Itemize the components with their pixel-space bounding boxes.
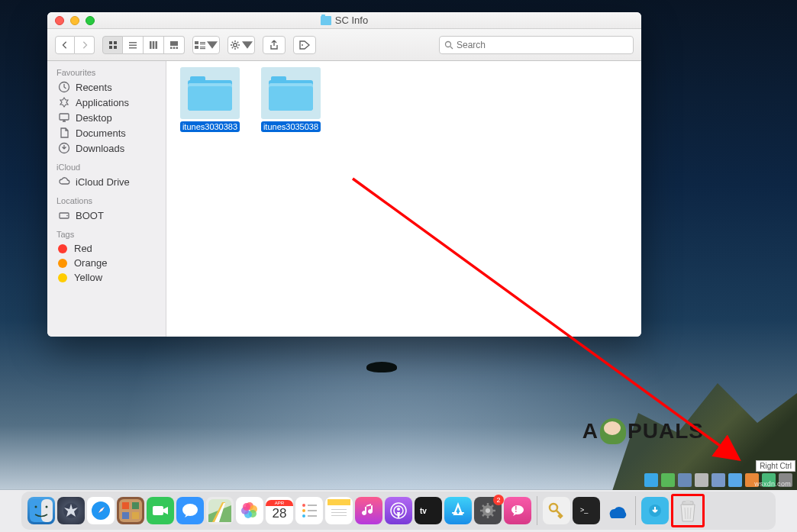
appstore-app-icon[interactable]: [444, 497, 472, 524]
svg-point-50: [302, 504, 305, 507]
sidebar-item-label: Documents: [76, 127, 126, 139]
folder-icon: [321, 16, 331, 25]
svg-rect-1: [114, 41, 117, 44]
launchpad-app-icon[interactable]: [57, 497, 85, 524]
folder-item[interactable]: itunes3035038: [257, 67, 325, 132]
svg-rect-6: [129, 47, 137, 49]
svg-rect-7: [150, 41, 152, 49]
zoom-button[interactable]: [86, 16, 95, 25]
photo-app-icon[interactable]: [117, 497, 144, 524]
notes-app-icon[interactable]: [325, 497, 353, 524]
tags-button[interactable]: [293, 36, 316, 54]
dock: APR28 tv 2 ! >_: [21, 492, 776, 530]
music-app-icon[interactable]: [355, 497, 382, 524]
sidebar-item-label: Recents: [76, 82, 112, 93]
svg-rect-3: [114, 46, 117, 49]
svg-rect-11: [170, 47, 173, 49]
share-button[interactable]: [263, 36, 286, 54]
svg-point-65: [486, 508, 490, 513]
download-icon: [58, 142, 70, 154]
svg-point-31: [35, 506, 37, 508]
sidebar-item-desktop[interactable]: Desktop: [47, 110, 166, 125]
tray-usb-icon[interactable]: [695, 473, 708, 487]
icon-view-button[interactable]: [102, 36, 123, 54]
sidebar-item-label: Orange: [74, 257, 107, 269]
doc-icon: [58, 127, 70, 139]
trash-icon[interactable]: [674, 497, 702, 524]
tray-display-icon[interactable]: [728, 473, 742, 487]
svg-point-62: [397, 508, 400, 511]
downloads-stack-icon[interactable]: [641, 497, 669, 524]
vm-shortcut-indicator: Right Ctrl: [756, 460, 795, 472]
reminders-app-icon[interactable]: [295, 497, 323, 524]
forward-button[interactable]: [75, 36, 95, 54]
grid-icon: [108, 40, 118, 50]
finder-toolbar: [47, 29, 641, 61]
svg-rect-10: [170, 41, 178, 46]
folder-item[interactable]: itunes3030383: [176, 67, 244, 132]
tray-network-icon[interactable]: [678, 473, 692, 487]
sidebar-item-documents[interactable]: Documents: [47, 125, 166, 140]
disk-icon: [58, 209, 70, 221]
search-input[interactable]: [457, 40, 628, 50]
sidebar-item-icloud-drive[interactable]: iCloud Drive: [47, 174, 166, 189]
svg-rect-40: [132, 512, 139, 519]
messages-app-icon[interactable]: [176, 497, 204, 524]
gallery-icon: [169, 40, 179, 50]
svg-rect-37: [122, 502, 129, 509]
locations-header: Locations: [47, 194, 166, 208]
svg-rect-18: [200, 47, 205, 47]
feedback-app-icon[interactable]: !: [504, 497, 531, 524]
appuals-watermark-logo: A PUALS: [582, 418, 704, 444]
sidebar-item-applications[interactable]: Applications: [47, 95, 166, 110]
close-button[interactable]: [55, 16, 64, 25]
list-icon: [128, 40, 137, 50]
tray-shared-icon[interactable]: [711, 473, 725, 487]
sidebar-item-recents[interactable]: Recents: [47, 79, 166, 95]
svg-rect-57: [331, 509, 347, 510]
column-view-button[interactable]: [144, 36, 164, 54]
tag-icon: [299, 40, 310, 50]
window-title: SC Info: [47, 15, 641, 26]
tv-app-icon[interactable]: tv: [415, 497, 442, 524]
finder-app-icon[interactable]: [27, 497, 55, 524]
window-titlebar[interactable]: SC Info: [47, 12, 641, 29]
svg-text:!: !: [515, 505, 518, 514]
favourites-header: Favourites: [47, 66, 166, 79]
safari-app-icon[interactable]: [87, 497, 115, 524]
onedrive-app-icon[interactable]: [602, 497, 630, 524]
sidebar-item-orange[interactable]: Orange: [47, 256, 166, 270]
sidebar-item-yellow[interactable]: Yellow: [47, 270, 166, 285]
svg-point-52: [302, 514, 305, 517]
sidebar-item-boot[interactable]: BOOT: [47, 208, 166, 223]
logo-text: PUALS: [628, 419, 704, 443]
list-view-button[interactable]: [123, 36, 144, 54]
podcasts-app-icon[interactable]: [385, 497, 412, 524]
calendar-app-icon[interactable]: APR28: [266, 497, 293, 524]
chevron-right-icon: [81, 41, 89, 49]
maps-app-icon[interactable]: [206, 497, 234, 524]
minimize-button[interactable]: [70, 16, 79, 25]
tray-disk-icon[interactable]: [644, 473, 658, 487]
facetime-app-icon[interactable]: [147, 497, 174, 524]
terminal-app-icon[interactable]: >_: [573, 497, 600, 524]
keychain-app-icon[interactable]: [543, 497, 570, 524]
group-by-button[interactable]: [192, 36, 220, 54]
gallery-view-button[interactable]: [164, 36, 185, 54]
file-grid[interactable]: itunes3030383itunes3035038: [166, 61, 641, 337]
svg-point-32: [46, 506, 48, 508]
folder-icon: [180, 67, 240, 119]
tray-disc-icon[interactable]: [661, 473, 675, 487]
sidebar-item-red[interactable]: Red: [47, 241, 166, 256]
sidebar-item-downloads[interactable]: Downloads: [47, 140, 166, 156]
chevron-left-icon: [61, 41, 69, 49]
search-field[interactable]: [439, 36, 634, 54]
sidebar-item-label: Desktop: [76, 112, 112, 124]
trash-highlight: [671, 494, 705, 527]
action-menu-button[interactable]: [227, 36, 255, 54]
logo-text: A: [582, 419, 599, 443]
svg-rect-39: [122, 512, 129, 519]
back-button[interactable]: [55, 36, 75, 54]
photos-app-icon[interactable]: [236, 497, 263, 524]
system-preferences-app-icon[interactable]: 2: [474, 497, 502, 524]
